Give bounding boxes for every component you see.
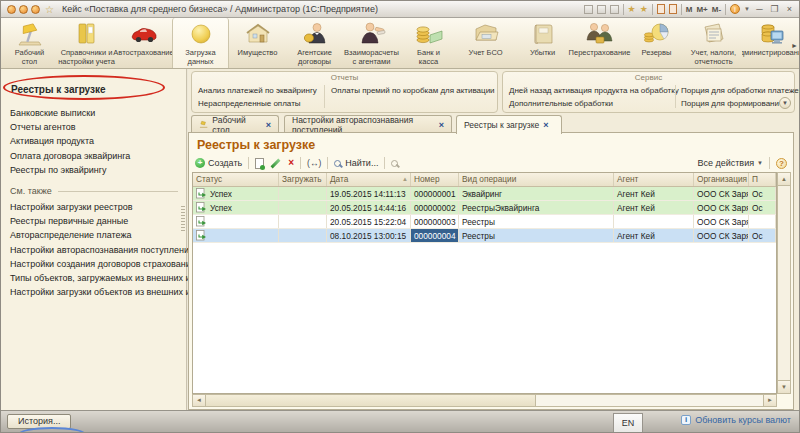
section-desktop[interactable]: Рабочий стол — [1, 18, 58, 68]
sidebar-item-registers-primary-data[interactable]: Реестры первичные данные — [10, 214, 186, 228]
calendar-icon[interactable] — [669, 4, 677, 14]
create-button[interactable]: + Создать — [195, 158, 242, 168]
cell-organization: ООО СК Заря — [694, 215, 749, 228]
calculator-icon[interactable] — [657, 4, 665, 14]
history-button[interactable]: История... — [7, 414, 71, 429]
table-row[interactable]: Успех 20.05.2015 14:44:16 000000002 Реес… — [193, 201, 776, 215]
help-button[interactable]: ? — [776, 158, 787, 169]
sidebar-item-register-load-settings[interactable]: Настройки загрузки реестров — [10, 200, 186, 214]
section-bso[interactable]: Учет БСО — [457, 18, 514, 68]
edit-pencil-icon[interactable] — [270, 157, 282, 169]
section-label: Рабочий стол — [15, 48, 45, 66]
column-truncated[interactable]: П — [749, 173, 776, 186]
column-organization[interactable]: Организация — [694, 173, 749, 186]
copy-icon[interactable] — [255, 158, 264, 169]
scroll-right-icon[interactable]: ► — [763, 395, 776, 406]
menu-button-3[interactable] — [31, 5, 40, 14]
restore-button[interactable]: ❐ — [769, 4, 780, 14]
set-period-button[interactable]: (↔) — [307, 158, 321, 168]
clear-search-icon[interactable] — [391, 160, 398, 167]
horizontal-scrollbar[interactable]: ◄ ► — [192, 394, 777, 407]
report-undistributed-payments[interactable]: Нераспределенные оплаты — [198, 99, 301, 108]
add-favorite-icon[interactable]: ★ — [628, 4, 636, 14]
loaded-status-icon — [196, 202, 207, 213]
divider — [675, 85, 676, 108]
vertical-scrollbar[interactable]: ▲ ▼ — [777, 172, 791, 394]
tab-desktop[interactable]: Рабочий стол × — [191, 115, 279, 133]
section-bank-cash[interactable]: Банк и касса — [400, 18, 457, 68]
find-button[interactable]: Найти... — [334, 158, 378, 168]
sidebar-item-acquiring-registers[interactable]: Реестры по эквайрингу — [10, 163, 186, 177]
memory-minus-button[interactable]: M- — [712, 5, 721, 14]
column-date[interactable]: Дата▲ — [327, 173, 411, 186]
section-data-load[interactable]: Загрузка данных — [172, 18, 229, 68]
delete-icon[interactable]: × — [288, 158, 294, 168]
service-additional-processors[interactable]: Дополнительные обработки — [509, 99, 613, 108]
tab-registers-to-load[interactable]: Реестры к загрузке × — [456, 115, 562, 134]
tab-close-icon[interactable]: × — [543, 120, 548, 130]
column-load[interactable]: Загружать — [279, 173, 327, 186]
section-agent-settlements[interactable]: Взаиморасчеты с агентами — [343, 18, 400, 68]
update-currency-link[interactable]: i Обновить курсы валют — [681, 415, 791, 425]
favorites-star-icon[interactable]: ☆ — [45, 4, 54, 15]
print-icon[interactable] — [597, 5, 606, 14]
report-box-premium-payments[interactable]: Оплаты премий по коробкам для активации — [331, 86, 495, 95]
table-row[interactable]: Успех 19.05.2015 14:11:13 000000001 Эква… — [193, 187, 776, 201]
section-property[interactable]: Имущество — [229, 18, 286, 68]
section-reserves[interactable]: Резервы — [628, 18, 685, 68]
memory-plus-button[interactable]: M+ — [696, 5, 707, 14]
service-contract-portion[interactable]: Порция для формирования дого... — [681, 99, 779, 108]
info-button[interactable]: i — [730, 4, 740, 14]
sidebar-item-bank-statements[interactable]: Банковские выписки — [10, 106, 186, 120]
table-row-selected[interactable]: 08.10.2015 13:00:15 000000004 Реестры Аг… — [193, 229, 776, 243]
memory-button[interactable]: M — [686, 5, 693, 14]
scroll-left-icon[interactable]: ◄ — [193, 395, 206, 406]
scroll-up-icon[interactable]: ▲ — [778, 173, 790, 186]
cell-number: 000000003 — [411, 215, 459, 228]
sidebar-item-receipt-recognition-settings[interactable]: Настройки автораспознавания поступлений — [10, 243, 186, 257]
chevron-down-icon[interactable]: ▼ — [744, 6, 750, 12]
column-status[interactable]: Статус — [193, 173, 279, 186]
close-button[interactable]: × — [784, 4, 795, 14]
section-label: Агентские договоры — [297, 48, 332, 66]
tab-close-icon[interactable]: × — [266, 120, 271, 130]
menu-button-2[interactable] — [19, 5, 28, 14]
section-losses[interactable]: Убытки — [514, 18, 571, 68]
service-payment-portion[interactable]: Порция для обработки платежей — [681, 86, 800, 95]
service-days-ago-activation[interactable]: Дней назад активация продукта на обработ… — [509, 86, 679, 95]
open-favorites-icon[interactable]: ★ — [640, 4, 648, 14]
section-taxes-reports[interactable]: Учет, налоги, отчетность — [685, 18, 742, 68]
section-agent-contracts[interactable]: Агентские договоры — [286, 18, 343, 68]
sidebar-resize-grip[interactable] — [181, 206, 185, 232]
main-menu-button[interactable] — [7, 5, 16, 14]
print-preview-icon[interactable] — [610, 5, 619, 14]
report-acquiring-analysis[interactable]: Анализ платежей по эквайрингу — [198, 86, 317, 95]
language-indicator[interactable]: EN — [613, 413, 643, 432]
horizontal-scroll-thumb[interactable] — [206, 395, 536, 406]
column-operation[interactable]: Вид операции — [459, 173, 614, 186]
separator — [300, 157, 301, 169]
section-auto-insurance[interactable]: Автострахование — [115, 18, 172, 68]
sidebar-item-product-activation[interactable]: Активация продукта — [10, 134, 186, 148]
sidebar-item-external-object-load-settings[interactable]: Настройки загрузки объектов из внешних и… — [10, 285, 186, 299]
column-number[interactable]: Номер — [411, 173, 459, 186]
section-reinsurance[interactable]: Перестрахование — [571, 18, 628, 68]
tab-close-icon[interactable]: × — [439, 120, 444, 130]
scroll-down-icon[interactable]: ▼ — [778, 380, 790, 393]
section-directories[interactable]: Справочники и настройки учета — [58, 18, 115, 68]
sidebar-item-acquiring-payment[interactable]: Оплата договора эквайринга — [10, 149, 186, 163]
minimize-button[interactable]: ─ — [754, 4, 765, 14]
handshake-icon — [357, 21, 387, 47]
save-icon[interactable] — [584, 5, 593, 14]
tab-recognition-settings[interactable]: Настройки автораспознавания поступлений … — [284, 115, 452, 133]
column-agent[interactable]: Агент — [614, 173, 694, 186]
all-actions-button[interactable]: Все действия ▼ — [697, 158, 763, 168]
panel-dropdown-button[interactable]: ▼ — [779, 97, 791, 109]
sidebar-item-auto-payment-distribution[interactable]: Автораспределение платежа — [10, 228, 186, 242]
sidebar-item-contract-creation-settings[interactable]: Настройки создания договоров страхования — [10, 257, 186, 271]
sections-scroll-right-icon[interactable]: ► — [791, 42, 798, 49]
sidebar-item-agent-reports[interactable]: Отчеты агентов — [10, 120, 186, 134]
sidebar-item-external-object-types[interactable]: Типы объектов, загружаемых из внешних ис… — [10, 271, 186, 285]
sidebar-header[interactable]: Реестры к загрузке — [11, 84, 186, 95]
table-row[interactable]: 20.05.2015 15:22:04 000000003 Реестры ОО… — [193, 215, 776, 229]
